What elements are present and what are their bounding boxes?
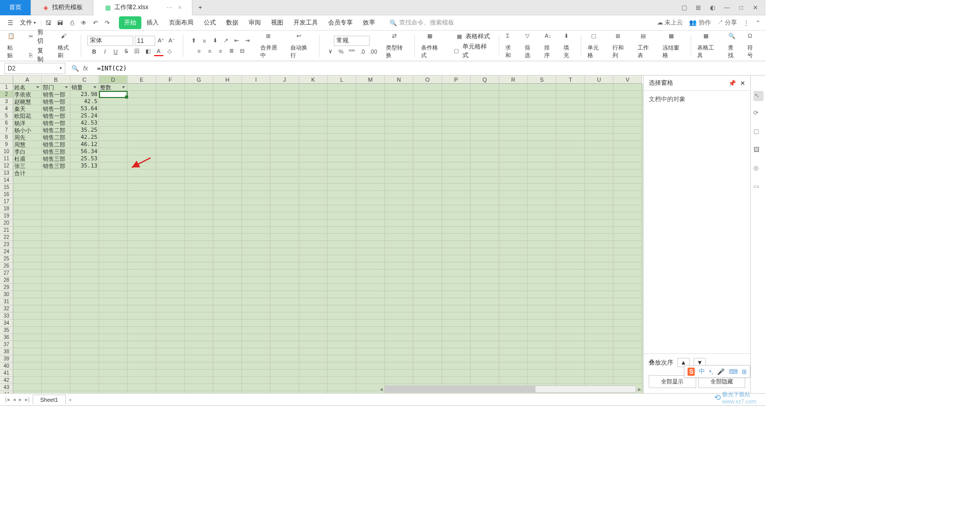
cell[interactable]: [528, 91, 556, 98]
cell[interactable]: [356, 334, 385, 341]
cell[interactable]: [528, 277, 556, 284]
cell[interactable]: [385, 134, 413, 141]
cell[interactable]: [70, 355, 99, 363]
cell[interactable]: [185, 298, 213, 305]
zoom-cell-icon[interactable]: 🔍: [71, 65, 79, 72]
cell[interactable]: [242, 312, 271, 320]
cell[interactable]: [128, 184, 156, 191]
cell[interactable]: [442, 370, 471, 377]
cell[interactable]: 欧阳花: [13, 112, 42, 119]
cell[interactable]: [213, 377, 242, 384]
cell[interactable]: [242, 227, 271, 234]
cell[interactable]: [13, 391, 42, 393]
ime-lang[interactable]: 中: [699, 367, 705, 376]
cell[interactable]: [442, 327, 471, 334]
col-header-F[interactable]: F: [156, 76, 185, 84]
cell[interactable]: [471, 177, 499, 184]
cell[interactable]: [299, 134, 328, 141]
tab-efficiency[interactable]: 效率: [358, 16, 380, 29]
cell[interactable]: [413, 98, 442, 105]
cell[interactable]: [70, 212, 99, 220]
cell[interactable]: [556, 127, 585, 134]
collapse-ribbon-icon[interactable]: ⌃: [755, 19, 761, 27]
cell[interactable]: [185, 391, 213, 393]
cell[interactable]: [356, 155, 385, 162]
cell[interactable]: [614, 98, 642, 105]
cell[interactable]: [42, 312, 70, 320]
cell[interactable]: [156, 177, 185, 184]
cell[interactable]: [13, 277, 42, 284]
col-header-Q[interactable]: Q: [471, 76, 499, 84]
cell[interactable]: [442, 277, 471, 284]
cell[interactable]: [271, 312, 299, 320]
cell[interactable]: [156, 377, 185, 384]
cell[interactable]: [385, 105, 413, 112]
cell[interactable]: [585, 234, 614, 241]
cell[interactable]: [356, 320, 385, 327]
cell[interactable]: [185, 341, 213, 348]
cell[interactable]: [185, 327, 213, 334]
cell[interactable]: [528, 177, 556, 184]
row-header[interactable]: 24: [0, 248, 13, 255]
cell[interactable]: [328, 327, 356, 334]
cell[interactable]: [585, 198, 614, 205]
cell[interactable]: [242, 234, 271, 241]
cell[interactable]: [328, 298, 356, 305]
cell[interactable]: [185, 384, 213, 391]
strike-icon[interactable]: S̶: [122, 47, 131, 56]
cell[interactable]: [213, 248, 242, 255]
cell[interactable]: [413, 277, 442, 284]
cell[interactable]: [356, 148, 385, 155]
cell[interactable]: [413, 212, 442, 220]
cell[interactable]: [499, 141, 528, 148]
cell[interactable]: [99, 227, 128, 234]
cell[interactable]: [213, 234, 242, 241]
cell[interactable]: [356, 141, 385, 148]
cell[interactable]: [156, 184, 185, 191]
cell[interactable]: [70, 305, 99, 312]
cell[interactable]: [528, 234, 556, 241]
cell[interactable]: [556, 184, 585, 191]
cell[interactable]: [356, 248, 385, 255]
cell[interactable]: [614, 112, 642, 119]
cell[interactable]: [614, 177, 642, 184]
cell[interactable]: [42, 305, 70, 312]
cell[interactable]: [299, 255, 328, 262]
freeze-button[interactable]: ▦冻结窗格: [660, 32, 687, 60]
cell[interactable]: [99, 363, 128, 370]
cell[interactable]: [271, 270, 299, 277]
cell[interactable]: [385, 262, 413, 270]
cell[interactable]: [185, 334, 213, 341]
cell[interactable]: [585, 241, 614, 248]
cell[interactable]: [385, 98, 413, 105]
cell[interactable]: [614, 363, 642, 370]
percent-icon[interactable]: %: [336, 47, 346, 56]
cell[interactable]: [42, 198, 70, 205]
cell[interactable]: [13, 212, 42, 220]
cell[interactable]: [128, 177, 156, 184]
horizontal-scrollbar[interactable]: ◂ ▸: [378, 385, 643, 393]
cell[interactable]: [156, 334, 185, 341]
cell[interactable]: [328, 162, 356, 170]
cell[interactable]: [271, 227, 299, 234]
cell[interactable]: [185, 119, 213, 127]
cell[interactable]: [585, 112, 614, 119]
cell[interactable]: [271, 162, 299, 170]
cell[interactable]: [528, 112, 556, 119]
cell[interactable]: 部门: [42, 84, 70, 91]
cell[interactable]: [413, 291, 442, 298]
cell[interactable]: [128, 241, 156, 248]
cell[interactable]: [413, 262, 442, 270]
cell[interactable]: 53.64: [70, 105, 99, 112]
cell[interactable]: [213, 255, 242, 262]
cell[interactable]: [242, 341, 271, 348]
cell[interactable]: [185, 112, 213, 119]
col-header-R[interactable]: R: [499, 76, 528, 84]
cell[interactable]: [99, 255, 128, 262]
cell[interactable]: [156, 320, 185, 327]
cell[interactable]: [385, 341, 413, 348]
cell[interactable]: [442, 220, 471, 227]
cell[interactable]: [471, 198, 499, 205]
cell[interactable]: [442, 184, 471, 191]
cell[interactable]: [271, 262, 299, 270]
